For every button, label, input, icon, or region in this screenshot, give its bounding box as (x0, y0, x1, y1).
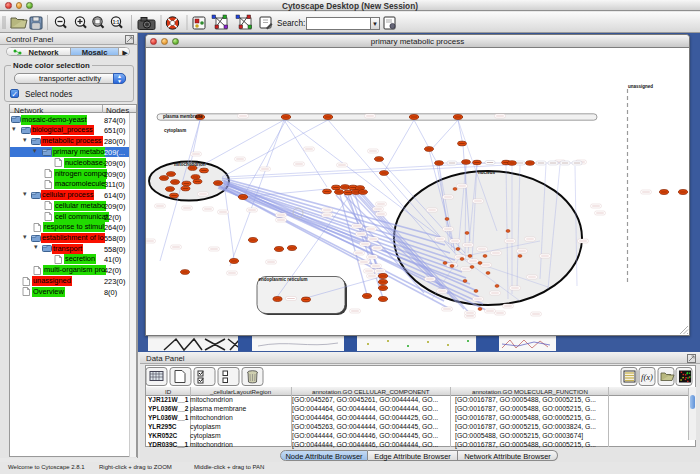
svg-text:f(x): f(x) (641, 372, 653, 382)
svg-text:mitochondrion: mitochondrion (174, 162, 206, 167)
svg-text:endoplasmic reticulum: endoplasmic reticulum (259, 277, 308, 282)
svg-text:nucleus: nucleus (478, 170, 496, 175)
svg-text:unassigned: unassigned (628, 84, 653, 89)
svg-text:plasma membrane: plasma membrane (163, 114, 203, 119)
svg-text:cytoplasm: cytoplasm (164, 128, 186, 133)
svg-text:1:1: 1:1 (113, 20, 120, 25)
